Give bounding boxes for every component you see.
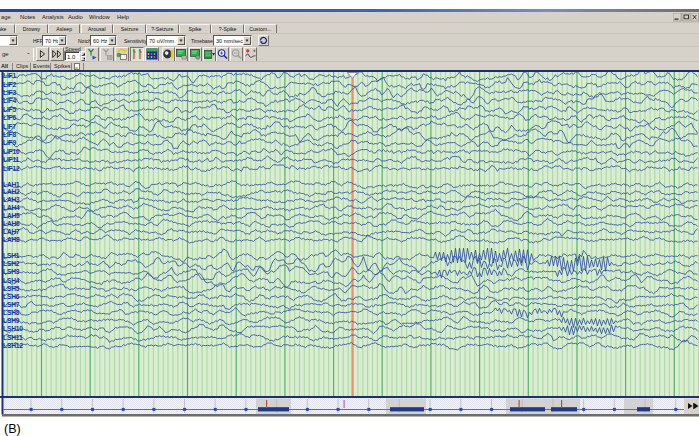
svg-text:LSH4: LSH4 bbox=[3, 276, 20, 283]
svg-text:LIF2: LIF2 bbox=[3, 80, 16, 87]
svg-text:LIF11: LIF11 bbox=[3, 156, 20, 163]
svg-text:LSH12: LSH12 bbox=[3, 341, 23, 348]
svg-text:LAH5: LAH5 bbox=[3, 212, 20, 219]
svg-text:LIF4: LIF4 bbox=[3, 97, 16, 104]
svg-text:LIF12: LIF12 bbox=[3, 164, 20, 171]
svg-text:LSH8: LSH8 bbox=[3, 309, 20, 316]
svg-text:LIF7: LIF7 bbox=[3, 122, 16, 129]
svg-text:LAH1: LAH1 bbox=[3, 180, 20, 187]
svg-text:LIF10: LIF10 bbox=[3, 147, 20, 154]
svg-text:LIF6: LIF6 bbox=[3, 114, 16, 121]
svg-text:LIF9: LIF9 bbox=[3, 139, 16, 146]
svg-text:LSH6: LSH6 bbox=[3, 292, 20, 299]
svg-text:LSH5: LSH5 bbox=[3, 284, 20, 291]
svg-text:LSH10: LSH10 bbox=[3, 325, 23, 332]
svg-text:LAH6: LAH6 bbox=[3, 220, 20, 227]
svg-text:LIF5: LIF5 bbox=[3, 105, 16, 112]
svg-text:LIF1: LIF1 bbox=[3, 72, 16, 79]
svg-text:LAH4: LAH4 bbox=[3, 204, 20, 211]
svg-text:LSH1: LSH1 bbox=[3, 252, 20, 259]
svg-text:LSH9: LSH9 bbox=[3, 317, 20, 324]
svg-text:LAH3: LAH3 bbox=[3, 196, 20, 203]
svg-text:LAH2: LAH2 bbox=[3, 188, 20, 195]
svg-text:LSH7: LSH7 bbox=[3, 301, 20, 308]
svg-text:LSH2: LSH2 bbox=[3, 260, 20, 267]
svg-text:LSH3: LSH3 bbox=[3, 268, 20, 275]
svg-text:LAH8: LAH8 bbox=[3, 236, 20, 243]
svg-text:LIF8: LIF8 bbox=[3, 130, 16, 137]
svg-text:LIF3: LIF3 bbox=[3, 89, 16, 96]
svg-text:LSH11: LSH11 bbox=[3, 333, 23, 340]
svg-text:LAH7: LAH7 bbox=[3, 228, 20, 235]
